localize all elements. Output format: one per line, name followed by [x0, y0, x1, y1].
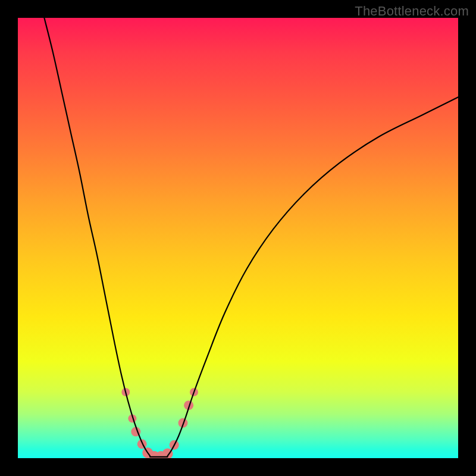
watermark-label: TheBottleneck.com: [355, 4, 469, 19]
curve-left: [44, 18, 150, 456]
curve-right: [168, 97, 458, 456]
marker-group: [121, 388, 198, 458]
curve-plot: [18, 18, 458, 458]
